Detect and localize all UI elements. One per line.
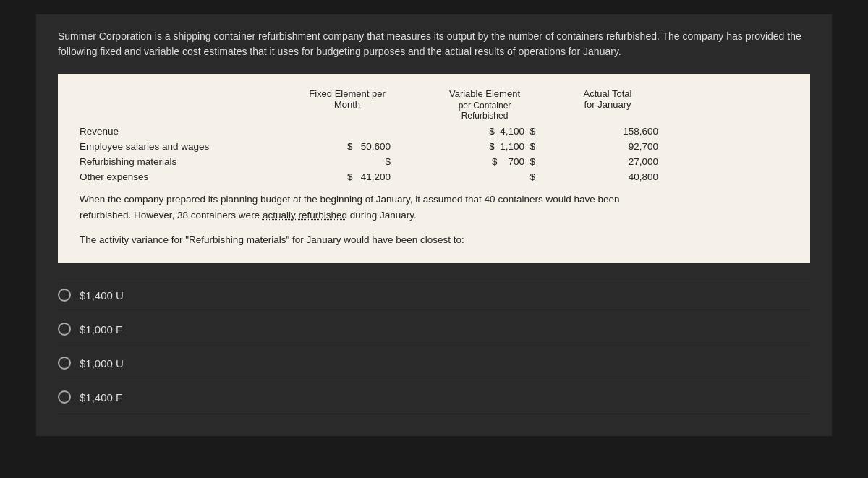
fixed-element-sub-label: Month — [334, 99, 360, 110]
row-variable-revenue: $ 4,100 $ — [412, 126, 557, 137]
underlined-text: actually refurbished — [263, 210, 347, 221]
for-january-label: for January — [584, 99, 631, 110]
table-row: Revenue $ 4,100 $ 158,600 — [80, 124, 788, 139]
answer-option-2[interactable]: $1,000 F — [58, 312, 810, 346]
answer-label-1: $1,400 U — [80, 289, 124, 302]
variable-element-header: Variable Element per Container Refurbish… — [412, 88, 557, 121]
answer-options: $1,400 U $1,000 F $1,000 U $1,400 F — [58, 278, 810, 414]
row-actual-salaries: 92,700 — [557, 141, 658, 152]
row-actual-revenue: 158,600 — [557, 126, 658, 137]
radio-circle-2[interactable] — [58, 323, 71, 336]
column-headers: Fixed Element per Month Variable Element… — [80, 88, 788, 121]
per-container-label: per Container — [459, 101, 511, 111]
table-row: Employee salaries and wages $ 50,600 $ 1… — [80, 139, 788, 154]
row-variable-other: $ — [412, 171, 557, 182]
table-row: Refurbishing materials $ $ 700 $ 27,000 — [80, 154, 788, 169]
answer-label-2: $1,000 F — [80, 323, 122, 336]
radio-circle-3[interactable] — [58, 357, 71, 370]
actual-total-header: Actual Total for January — [557, 88, 658, 121]
question-section: The activity variance for "Refurbishing … — [80, 234, 788, 245]
answer-option-4[interactable]: $1,400 F — [58, 380, 810, 414]
row-label-salaries: Employee salaries and wages — [80, 141, 282, 152]
radio-circle-4[interactable] — [58, 390, 71, 404]
main-container: Summer Corporation is a shipping contain… — [36, 14, 832, 436]
answer-label-4: $1,400 F — [80, 391, 122, 404]
row-actual-other: 40,800 — [557, 171, 658, 182]
row-variable-salaries: $ 1,100 $ — [412, 141, 557, 152]
radio-circle-1[interactable] — [58, 289, 71, 302]
answer-option-1[interactable]: $1,400 U — [58, 278, 810, 312]
refurbished-label: Refurbished — [461, 111, 509, 121]
narrative-line2: refurbished. However, 38 containers were… — [80, 208, 788, 223]
fixed-element-label: Fixed Element per — [309, 88, 386, 99]
table-row: Other expenses $ 41,200 $ 40,800 — [80, 169, 788, 184]
row-actual-materials: 27,000 — [557, 156, 658, 167]
row-label-other: Other expenses — [80, 171, 282, 182]
row-fixed-materials: $ — [282, 156, 412, 167]
answer-label-3: $1,000 U — [80, 357, 124, 370]
variable-element-label: Variable Element — [449, 88, 520, 99]
table-container: Fixed Element per Month Variable Element… — [58, 74, 810, 263]
row-label-revenue: Revenue — [80, 126, 282, 137]
question-text: The activity variance for "Refurbishing … — [80, 234, 464, 245]
description-text: Summer Corporation is a shipping contain… — [58, 29, 810, 59]
fixed-element-header: Fixed Element per Month — [282, 88, 412, 121]
row-variable-materials: $ 700 $ — [412, 156, 557, 167]
narrative-section: When the company prepared its planning b… — [80, 184, 788, 229]
row-fixed-other: $ 41,200 — [282, 171, 412, 182]
answer-option-3[interactable]: $1,000 U — [58, 346, 810, 380]
actual-total-label: Actual Total — [584, 88, 632, 99]
row-fixed-salaries: $ 50,600 — [282, 141, 412, 152]
narrative-line1: When the company prepared its planning b… — [80, 192, 788, 208]
row-label-materials: Refurbishing materials — [80, 156, 282, 167]
